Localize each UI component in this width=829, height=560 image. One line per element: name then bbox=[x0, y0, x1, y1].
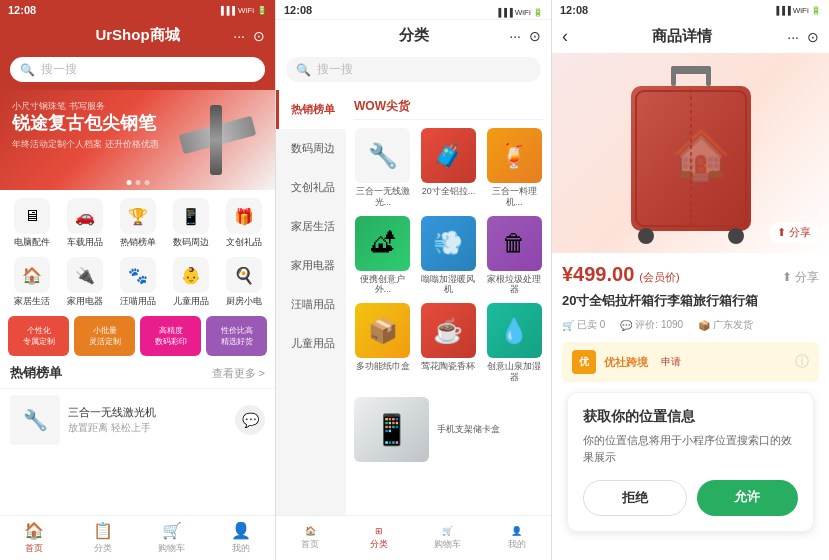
cat-product-phoneholder[interactable]: 📱 手机支架储卡盒 bbox=[354, 393, 543, 466]
status-bar-right: 12:08 ▐▐▐ WiFi 🔋 bbox=[552, 0, 829, 20]
cat-product-vacuum[interactable]: 🗑 家根垃圾处理器 bbox=[485, 216, 543, 296]
menu-icon-mid[interactable]: ··· bbox=[509, 28, 521, 44]
search-area-mid: 🔍 搜一搜 bbox=[276, 51, 551, 90]
sidebar-hot[interactable]: 热销榜单 bbox=[276, 90, 346, 129]
allow-button[interactable]: 允许 bbox=[697, 480, 799, 516]
shipping-icon: 📦 bbox=[698, 320, 710, 331]
promo-small[interactable]: 小批量 灵活定制 bbox=[74, 316, 135, 356]
nav-profile-mid[interactable]: 👤 我的 bbox=[482, 516, 551, 560]
cat-product-wireless[interactable]: 🔧 三合一无线激光... bbox=[354, 128, 412, 208]
nav-categories-icon-mid: ⊞ bbox=[375, 526, 383, 536]
permission-modal: 获取你的位置信息 你的位置信息将用于小程序位置搜索口的效果展示 拒绝 允许 bbox=[567, 392, 814, 532]
status-icons: ▐▐▐ WiFi 🔋 bbox=[218, 6, 267, 15]
sidebar-kids[interactable]: 儿童用品 bbox=[276, 324, 346, 363]
cat-product-tissue[interactable]: 📦 多功能纸巾盒 bbox=[354, 303, 412, 383]
promo-quality[interactable]: 高精度 数码彩印 bbox=[140, 316, 201, 356]
cat-kitchen[interactable]: 🍳 厨房小电 bbox=[221, 257, 267, 308]
cat-product-luggage[interactable]: 🧳 20寸全铝拉... bbox=[420, 128, 478, 208]
share-button[interactable]: ⬆ 分享 bbox=[769, 222, 819, 243]
cat-label-kids: 儿童用品 bbox=[173, 295, 209, 308]
cat-appliance[interactable]: 🔌 家用电器 bbox=[62, 257, 108, 308]
header-right: ‹ 商品详情 ··· ⊙ bbox=[552, 20, 829, 53]
search-input-wrap[interactable]: 🔍 搜一搜 bbox=[10, 57, 265, 82]
nav-profile[interactable]: 👤 我的 bbox=[206, 516, 275, 560]
hot-product-sub: 放置距离 轻松上手 bbox=[68, 421, 227, 435]
nav-categories-label: 分类 bbox=[94, 542, 112, 555]
sold-count: 已卖 0 bbox=[577, 318, 605, 332]
discover-icon-mid[interactable]: ⊙ bbox=[529, 28, 541, 44]
home-banner[interactable]: 小尺寸钢珠笔 书写服务 锐途复古包尖钢笔 年终活动定制个人档案 还升价格优惠 bbox=[0, 90, 275, 190]
cat-label-hot: 热销榜单 bbox=[120, 236, 156, 249]
nav-cart-mid[interactable]: 🛒 购物车 bbox=[414, 516, 483, 560]
cat-gift[interactable]: 🎁 文创礼品 bbox=[221, 198, 267, 249]
seller-info-bar[interactable]: 优 优社跨境 申请 ⓘ bbox=[562, 342, 819, 382]
cat-computer[interactable]: 🖥 电脑配件 bbox=[9, 198, 55, 249]
categories-row-2: 🏠 家居生活 🔌 家用电器 🐾 汪喵用品 👶 儿童用品 🍳 厨房小电 bbox=[0, 253, 275, 316]
cat-car[interactable]: 🚗 车载用品 bbox=[62, 198, 108, 249]
product-price: ¥499.00 bbox=[562, 263, 634, 286]
cat-label-kitchen: 厨房小电 bbox=[226, 295, 262, 308]
nav-categories-mid[interactable]: ⊞ 分类 bbox=[345, 516, 414, 560]
promo-customize[interactable]: 个性化 专属定制 bbox=[8, 316, 69, 356]
sidebar-home[interactable]: 家居生活 bbox=[276, 207, 346, 246]
menu-icon-right[interactable]: ··· bbox=[787, 29, 799, 45]
share-icon-right[interactable]: ⬆ 分享 bbox=[782, 269, 819, 286]
nav-cart[interactable]: 🛒 购物车 bbox=[138, 516, 207, 560]
cat-product-fan[interactable]: 💨 嗡嗡加湿暖风机 bbox=[420, 216, 478, 296]
hot-product-item[interactable]: 🔧 三合一无线激光机 放置距离 轻松上手 💬 bbox=[0, 388, 275, 451]
discover-icon[interactable]: ⊙ bbox=[253, 28, 265, 44]
promo-quality-sub: 数码彩印 bbox=[155, 336, 187, 347]
sidebar-digital[interactable]: 数码周边 bbox=[276, 129, 346, 168]
cat-product-humidifier[interactable]: 💧 创意山泉加湿器 bbox=[485, 303, 543, 383]
cat-digital[interactable]: 📱 数码周边 bbox=[168, 198, 214, 249]
product-label-phoneholder: 手机支架储卡盒 bbox=[437, 424, 500, 435]
discover-icon-right[interactable]: ⊙ bbox=[807, 29, 819, 45]
product-img-outdoor: 🏕 bbox=[355, 216, 410, 271]
sidebar-pet[interactable]: 汪喵用品 bbox=[276, 285, 346, 324]
seller-action[interactable]: 申请 bbox=[661, 355, 681, 369]
cat-icon-hot: 🏆 bbox=[120, 198, 156, 234]
hot-section-more[interactable]: 查看更多 > bbox=[212, 366, 265, 381]
promo-small-label: 小批量 bbox=[93, 325, 117, 336]
nav-home-mid[interactable]: 🏠 首页 bbox=[276, 516, 345, 560]
sidebar-appliance[interactable]: 家用电器 bbox=[276, 246, 346, 285]
cat-product-outdoor[interactable]: 🏕 便携创意户外... bbox=[354, 216, 412, 296]
product-img-fan: 💨 bbox=[421, 216, 476, 271]
cat-home[interactable]: 🏠 家居生活 bbox=[9, 257, 55, 308]
deny-button[interactable]: 拒绝 bbox=[583, 480, 687, 516]
cat-icon-home: 🏠 bbox=[14, 257, 50, 293]
svg-point-9 bbox=[728, 228, 744, 244]
nav-cart-label: 购物车 bbox=[158, 542, 185, 555]
header-mid: 分类 ··· ⊙ bbox=[276, 20, 551, 51]
comment-icon[interactable]: 💬 bbox=[235, 405, 265, 435]
search-input-wrap-mid[interactable]: 🔍 搜一搜 bbox=[286, 57, 541, 82]
cat-product-blender[interactable]: 🍹 三合一料理机... bbox=[485, 128, 543, 208]
cat-icon-digital: 📱 bbox=[173, 198, 209, 234]
back-button[interactable]: ‹ bbox=[562, 26, 568, 47]
product-img-wireless: 🔧 bbox=[355, 128, 410, 183]
search-area: 🔍 搜一搜 bbox=[0, 51, 275, 90]
nav-categories-icon: 📋 bbox=[93, 521, 113, 540]
nav-home-icon-mid: 🏠 bbox=[305, 526, 316, 536]
cat-kids[interactable]: 👶 儿童用品 bbox=[168, 257, 214, 308]
menu-icon[interactable]: ··· bbox=[233, 28, 245, 44]
seller-info-icon: ⓘ bbox=[795, 353, 809, 371]
svg-point-8 bbox=[638, 228, 654, 244]
sidebar-creative[interactable]: 文创礼品 bbox=[276, 168, 346, 207]
hot-product-info: 三合一无线激光机 放置距离 轻松上手 bbox=[68, 405, 227, 435]
product-stats: 🛒 已卖 0 💬 评价: 1090 📦 广东发货 bbox=[562, 318, 819, 332]
status-time-right: 12:08 bbox=[560, 4, 588, 16]
cat-product-cup[interactable]: ☕ 莺花陶瓷香杯 bbox=[420, 303, 478, 383]
seller-name: 优社跨境 bbox=[604, 355, 648, 370]
cat-pet[interactable]: 🐾 汪喵用品 bbox=[115, 257, 161, 308]
nav-home-icon: 🏠 bbox=[24, 521, 44, 540]
cat-hot[interactable]: 🏆 热销榜单 bbox=[115, 198, 161, 249]
promo-value[interactable]: 性价比高 精选好货 bbox=[206, 316, 267, 356]
phone-home: 12:08 ▐▐▐ WiFi 🔋 UrShop商城 ··· ⊙ 🔍 搜一搜 小尺… bbox=[0, 0, 276, 560]
hot-section-title: 热销榜单 bbox=[10, 364, 62, 382]
nav-categories[interactable]: 📋 分类 bbox=[69, 516, 138, 560]
nav-home[interactable]: 🏠 首页 bbox=[0, 516, 69, 560]
product-img-blender: 🍹 bbox=[487, 128, 542, 183]
cat-label-computer: 电脑配件 bbox=[14, 236, 50, 249]
banner-dots bbox=[126, 180, 149, 185]
